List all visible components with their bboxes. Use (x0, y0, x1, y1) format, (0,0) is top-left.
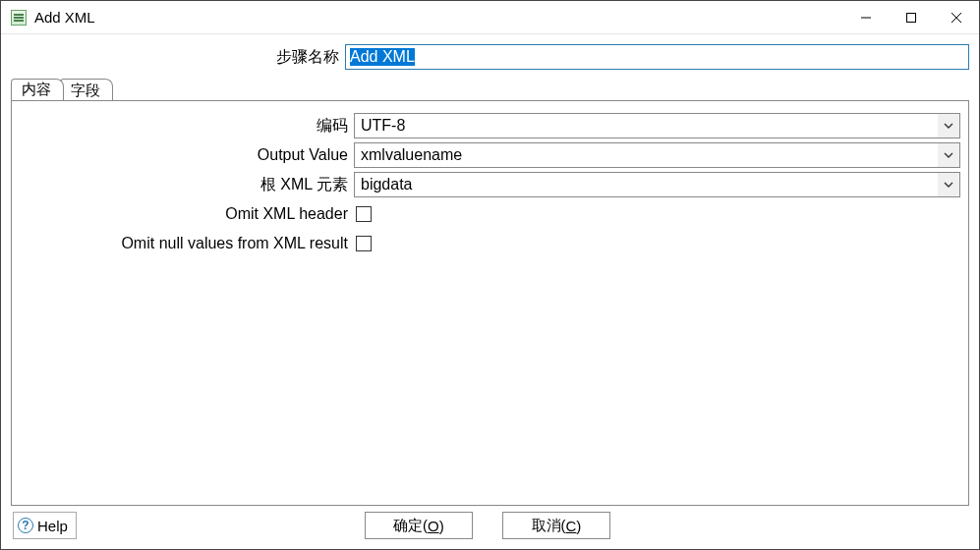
button-bar: ? Help 确定(O) 取消(C) (11, 506, 969, 541)
chevron-down-icon (944, 152, 953, 158)
help-label: Help (37, 518, 68, 534)
encoding-label: 编码 (20, 116, 354, 137)
output-value-label: Output Value (20, 146, 354, 164)
app-icon (11, 10, 27, 26)
step-name-label: 步骤名称 (11, 47, 345, 68)
maximize-button[interactable] (889, 2, 934, 33)
minimize-icon (860, 12, 872, 24)
omit-null-label: Omit null values from XML result (20, 235, 354, 252)
help-button[interactable]: ? Help (13, 512, 77, 539)
cancel-button[interactable]: 取消(C) (502, 512, 610, 539)
titlebar: Add XML (1, 1, 979, 34)
help-icon: ? (18, 518, 33, 533)
buttons-center: 确定(O) 取消(C) (85, 512, 891, 539)
root-element-dropdown-button[interactable] (938, 173, 959, 196)
minimize-button[interactable] (843, 2, 889, 33)
ok-button[interactable]: 确定(O) (365, 512, 473, 539)
step-name-input[interactable]: Add XML (345, 44, 969, 70)
window-title: Add XML (34, 9, 95, 26)
root-element-row: 根 XML 元素 bigdata (20, 170, 960, 199)
encoding-value[interactable]: UTF-8 (355, 114, 938, 138)
tab-fields[interactable]: 字段 (60, 79, 113, 101)
root-element-label: 根 XML 元素 (20, 175, 354, 195)
omit-header-checkbox[interactable] (356, 206, 372, 222)
chevron-down-icon (944, 182, 953, 188)
svg-rect-1 (907, 13, 916, 22)
encoding-dropdown-button[interactable] (938, 114, 959, 138)
dialog-window: Add XML 步骤名称 Add XML 内容 字段 (0, 0, 980, 550)
tab-container: 内容 字段 编码 UTF-8 Output Value xml (11, 78, 969, 506)
tabpanel-content: 编码 UTF-8 Output Value xmlvaluename (11, 100, 969, 506)
output-value-row: Output Value xmlvaluename (20, 140, 960, 170)
omit-header-row: Omit XML header (20, 199, 960, 229)
omit-header-label: Omit XML header (20, 205, 354, 223)
step-name-selected-text: Add XML (350, 48, 415, 66)
maximize-icon (905, 12, 917, 24)
chevron-down-icon (944, 123, 953, 129)
root-element-combo[interactable]: bigdata (354, 172, 960, 197)
tabstrip: 内容 字段 (11, 78, 969, 101)
client-area: 步骤名称 Add XML 内容 字段 编码 UTF-8 (1, 34, 979, 549)
output-value-combo[interactable]: xmlvaluename (354, 142, 960, 168)
output-value-dropdown-button[interactable] (938, 143, 959, 167)
close-button[interactable] (934, 2, 979, 33)
root-element-value[interactable]: bigdata (355, 173, 938, 196)
encoding-combo[interactable]: UTF-8 (354, 113, 960, 138)
tab-content[interactable]: 内容 (11, 79, 64, 101)
step-name-row: 步骤名称 Add XML (11, 44, 969, 70)
omit-null-row: Omit null values from XML result (20, 229, 960, 258)
output-value-value[interactable]: xmlvaluename (355, 143, 938, 167)
omit-null-checkbox[interactable] (356, 236, 372, 251)
close-icon (951, 12, 962, 24)
encoding-row: 编码 UTF-8 (20, 111, 960, 140)
